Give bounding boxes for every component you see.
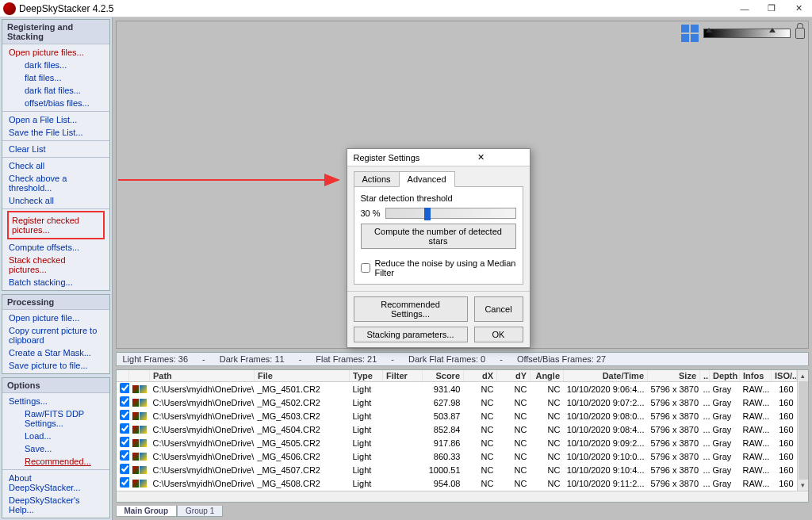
col-path[interactable]: Path <box>150 370 255 382</box>
row-checkbox[interactable] <box>120 423 129 434</box>
cell-score: 954.08 <box>423 476 464 490</box>
table-row[interactable]: C:\Users\myidh\OneDrive\Pictures\A..._MG… <box>117 476 797 490</box>
tab-advanced[interactable]: Advanced <box>399 171 455 187</box>
col-score[interactable]: Score <box>423 370 464 382</box>
table-row[interactable]: C:\Users\myidh\OneDrive\Pictures\A..._MG… <box>117 382 797 396</box>
row-checkbox[interactable] <box>120 410 129 420</box>
open-file-list[interactable]: Open a File List... <box>2 113 109 126</box>
row-checkbox[interactable] <box>120 450 129 461</box>
save-file-list[interactable]: Save the File List... <box>2 126 109 139</box>
col-dd[interactable]: .. <box>700 370 710 382</box>
open-dark-flat-files[interactable]: dark flat files... <box>2 84 109 97</box>
cell-dx: NC <box>464 490 497 491</box>
row-checkbox[interactable] <box>120 396 129 407</box>
help[interactable]: DeepSkyStacker's Help... <box>2 494 109 516</box>
raw-fits-ddp-settings[interactable]: Raw/FITS DDP Settings... <box>2 407 109 430</box>
scroll-up-icon[interactable]: ▴ <box>798 370 808 381</box>
file-table[interactable]: Path File Type Filter Score dX dY Angle … <box>117 370 798 491</box>
stack-checked-pictures[interactable]: Stack checked pictures... <box>2 254 109 276</box>
scroll-thumb[interactable] <box>799 381 808 480</box>
row-checkbox[interactable] <box>120 383 129 393</box>
minimize-button[interactable]: — <box>731 0 758 17</box>
table-row[interactable]: C:\Users\myidh\OneDrive\Pictures\A..._MG… <box>117 490 797 491</box>
about-deepskystacker[interactable]: About DeepSkyStacker... <box>2 472 109 494</box>
check-all[interactable]: Check all <box>2 159 109 172</box>
col-file[interactable]: File <box>255 370 350 382</box>
status-dark-flat-frames: Dark Flat Frames: 0 <box>408 354 485 364</box>
cell-dd: ... <box>700 422 710 436</box>
open-picture-files[interactable]: Open picture files... <box>2 46 109 59</box>
cell-infos: RAW... <box>740 436 772 449</box>
recommended-settings-button[interactable]: Recommended Settings... <box>354 296 468 322</box>
tab-actions[interactable]: Actions <box>354 171 400 187</box>
col-depth[interactable]: Depth <box>710 370 740 382</box>
cell-angle: NC <box>530 463 564 476</box>
copy-to-clipboard[interactable]: Copy current picture to clipboard <box>2 324 109 346</box>
gradient-tick-right[interactable] <box>769 28 776 32</box>
reduce-noise-checkbox[interactable] <box>361 263 370 273</box>
save-picture-to-file[interactable]: Save picture to file... <box>2 359 109 372</box>
load-settings[interactable]: Load... <box>2 430 109 442</box>
main-area: Register Settings ✕ Actions Advanced Sta… <box>113 17 813 520</box>
table-row[interactable]: C:\Users\myidh\OneDrive\Pictures\A..._MG… <box>117 436 797 449</box>
col-datetime[interactable]: Date/Time <box>564 370 648 382</box>
maximize-button[interactable]: ❐ <box>758 0 785 17</box>
tab-main-group[interactable]: Main Group <box>116 506 178 517</box>
gradient-tick-left[interactable] <box>706 28 712 32</box>
clear-list[interactable]: Clear List <box>2 143 109 155</box>
col-filter[interactable]: Filter <box>383 370 423 382</box>
cell-infos: RAW... <box>740 422 772 436</box>
create-star-mask[interactable]: Create a Star Mask... <box>2 346 109 359</box>
col-dx[interactable]: dX <box>464 370 497 382</box>
compute-stars-button[interactable]: Compute the number of detected stars <box>361 224 516 249</box>
cell-type: Light <box>350 422 383 436</box>
col-infos[interactable]: Infos <box>740 370 772 382</box>
batch-stacking[interactable]: Batch stacking... <box>2 276 109 289</box>
close-button[interactable]: ✕ <box>785 0 812 17</box>
threshold-slider[interactable] <box>385 208 516 219</box>
grid-view-icon[interactable] <box>681 25 699 42</box>
col-iso[interactable]: ISO/... <box>772 370 797 382</box>
cell-dd: ... <box>700 490 710 491</box>
col-angle[interactable]: Angle <box>530 370 564 382</box>
save-settings[interactable]: Save... <box>2 442 109 455</box>
cell-angle: NC <box>530 382 564 396</box>
open-offset-bias-files[interactable]: offset/bias files... <box>2 97 109 109</box>
open-picture-file[interactable]: Open picture file... <box>2 312 109 324</box>
table-row[interactable]: C:\Users\myidh\OneDrive\Pictures\A..._MG… <box>117 396 797 409</box>
cell-datetime: 10/10/2020 9:08:0... <box>564 409 648 422</box>
col-size[interactable]: Size <box>648 370 700 382</box>
row-checkbox[interactable] <box>120 437 129 447</box>
col-dy[interactable]: dY <box>497 370 530 382</box>
cell-angle: NC <box>530 476 564 490</box>
row-checkbox[interactable] <box>120 477 129 488</box>
table-row[interactable]: C:\Users\myidh\OneDrive\Pictures\A..._MG… <box>117 422 797 436</box>
uncheck-all[interactable]: Uncheck all <box>2 194 109 207</box>
settings[interactable]: Settings... <box>2 395 109 407</box>
dialog-close-button[interactable]: ✕ <box>439 152 523 162</box>
brightness-gradient-slider[interactable] <box>703 29 791 38</box>
stacking-parameters-button[interactable]: Stacking parameters... <box>354 327 468 342</box>
table-row[interactable]: C:\Users\myidh\OneDrive\Pictures\A..._MG… <box>117 449 797 463</box>
open-flat-files[interactable]: flat files... <box>2 71 109 84</box>
cell-size: 5796 x 3870 <box>648 396 700 409</box>
table-row[interactable]: C:\Users\myidh\OneDrive\Pictures\A..._MG… <box>117 463 797 476</box>
open-dark-files[interactable]: dark files... <box>2 59 109 71</box>
recommended-settings[interactable]: Recommended... <box>2 455 109 468</box>
ok-button[interactable]: OK <box>474 327 523 342</box>
row-checkbox[interactable] <box>120 464 129 474</box>
threshold-slider-thumb[interactable] <box>424 208 431 220</box>
check-above-threshold[interactable]: Check above a threshold... <box>2 172 109 194</box>
table-row[interactable]: C:\Users\myidh\OneDrive\Pictures\A..._MG… <box>117 409 797 422</box>
lock-icon[interactable] <box>795 28 805 39</box>
register-checked-pictures[interactable]: Register checked pictures... <box>10 214 102 236</box>
scroll-down-icon[interactable]: ▾ <box>798 480 808 491</box>
table-horizontal-scrollbar[interactable] <box>117 491 809 502</box>
cell-type: Light <box>350 382 383 396</box>
cancel-button[interactable]: Cancel <box>474 296 523 322</box>
table-vertical-scrollbar[interactable]: ▴ ▾ <box>797 370 808 491</box>
tab-group-1[interactable]: Group 1 <box>177 506 223 517</box>
compute-offsets[interactable]: Compute offsets... <box>2 241 109 254</box>
col-type[interactable]: Type <box>350 370 383 382</box>
app-icon <box>3 2 16 15</box>
